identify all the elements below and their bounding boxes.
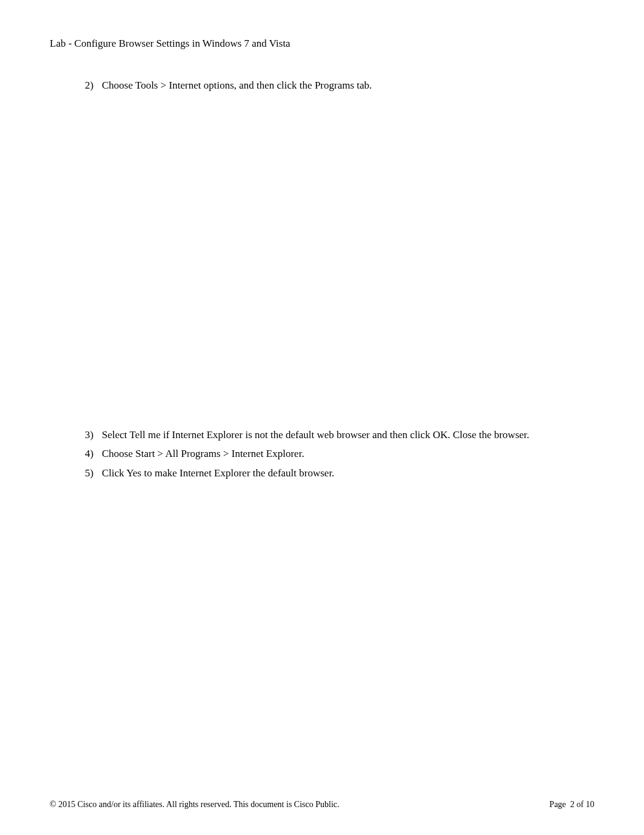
step-bold: Tools > Internet options: [135, 79, 234, 91]
step-body: Choose Start > All Programs > Internet E…: [102, 446, 594, 462]
step-number: 2): [85, 78, 102, 93]
page-of: of: [574, 800, 586, 809]
step-bold: Yes: [126, 467, 141, 479]
step-text: .: [301, 448, 304, 459]
page-label: Page: [549, 800, 570, 809]
step-text: . Close the browser.: [448, 429, 529, 441]
step-bold: Start > All Programs > Internet Explorer: [135, 448, 301, 459]
step-text: tab.: [354, 79, 372, 91]
step-text: Select: [102, 429, 129, 441]
step-number: 5): [85, 465, 102, 481]
step-4: 4) Choose Start > All Programs > Interne…: [85, 446, 594, 462]
step-text: to make Internet Explorer the default br…: [141, 467, 334, 479]
step-text: and then click: [370, 429, 433, 441]
step-bold: Programs: [315, 79, 354, 91]
page-footer: © 2015 Cisco and/or its affiliates. All …: [50, 800, 594, 810]
image-placeholder-space: [85, 97, 594, 427]
document-content: 2) Choose Tools > Internet options, and …: [50, 78, 594, 481]
step-text: Choose: [102, 448, 135, 459]
step-3: 3) Select Tell me if Internet Explorer i…: [85, 427, 594, 443]
footer-page-info: Page 2 of 10: [549, 800, 594, 810]
step-number: 4): [85, 446, 102, 462]
step-text: Choose: [102, 79, 135, 91]
footer-copyright: © 2015 Cisco and/or its affiliates. All …: [50, 800, 340, 810]
step-bold: Tell me if Internet Explorer is not the …: [129, 429, 369, 441]
step-body: Click Yes to make Internet Explorer the …: [102, 465, 594, 481]
step-body: Select Tell me if Internet Explorer is n…: [102, 427, 594, 443]
page-total: 10: [586, 800, 594, 809]
step-body: Choose Tools > Internet options, and the…: [102, 78, 594, 93]
step-bold: OK: [433, 429, 448, 441]
document-page: Lab - Configure Browser Settings in Wind…: [0, 0, 644, 835]
step-5: 5) Click Yes to make Internet Explorer t…: [85, 465, 594, 481]
page-header-title: Lab - Configure Browser Settings in Wind…: [50, 38, 594, 50]
step-2: 2) Choose Tools > Internet options, and …: [85, 78, 594, 93]
step-text: Click: [102, 467, 126, 479]
step-number: 3): [85, 427, 102, 443]
step-text: , and then click the: [234, 79, 315, 91]
